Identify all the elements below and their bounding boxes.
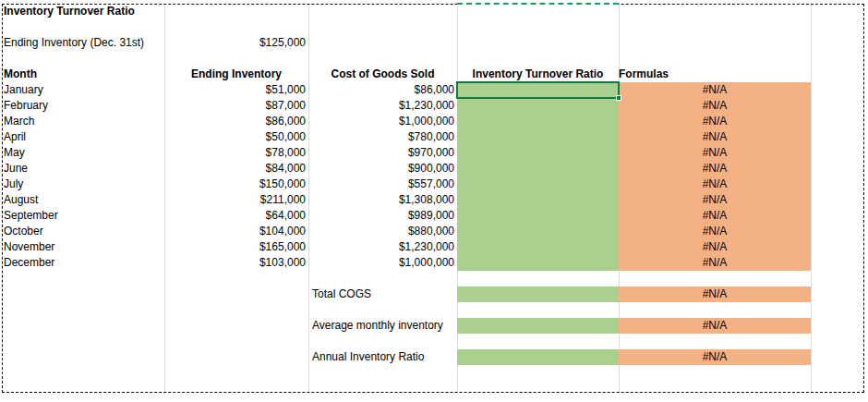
empty-cell [811, 82, 868, 98]
ending-inventory-cell[interactable]: $51,000 [164, 82, 308, 98]
empty-cell [811, 145, 868, 161]
ending-inventory-cell[interactable]: $50,000 [164, 129, 308, 145]
header-month[interactable]: Month [0, 67, 164, 82]
ending-inventory-cell[interactable]: $103,000 [164, 255, 308, 271]
summary-label-cell[interactable]: Total COGS [308, 286, 457, 302]
empty-cell [811, 177, 868, 192]
empty-cell [164, 349, 308, 365]
turnover-ratio-cell[interactable] [457, 145, 619, 161]
formula-error-cell[interactable]: #N/A [619, 239, 811, 255]
spacer-row [0, 51, 868, 67]
month-cell[interactable]: January [0, 82, 164, 98]
turnover-ratio-cell[interactable] [457, 129, 619, 145]
ending-inventory-cell[interactable]: $84,000 [164, 161, 308, 177]
month-cell[interactable]: July [0, 177, 164, 192]
cogs-cell[interactable]: $86,000 [308, 82, 457, 98]
formula-error-cell[interactable]: #N/A [619, 192, 811, 208]
fill-handle[interactable] [616, 95, 621, 101]
cogs-cell[interactable]: $880,000 [308, 224, 457, 239]
month-row: August $211,000 $1,308,000 #N/A [0, 192, 868, 208]
month-row: November $165,000 $1,230,000 #N/A [0, 239, 868, 255]
summary-error-cell[interactable]: #N/A [619, 349, 811, 365]
formula-error-cell[interactable]: #N/A [619, 98, 811, 114]
summary-ratio-cell[interactable] [457, 349, 619, 365]
summary-label-cell[interactable]: Annual Inventory Ratio [308, 349, 457, 365]
header-formulas[interactable]: Formulas [619, 67, 811, 82]
month-cell[interactable]: February [0, 98, 164, 114]
summary-row: Average monthly inventory #N/A [0, 318, 868, 334]
month-row: September $64,000 $989,000 #N/A [0, 208, 868, 224]
ending-inventory-dec-label[interactable]: Ending Inventory (Dec. 31st) [0, 35, 164, 51]
empty-cell [0, 286, 164, 302]
month-cell[interactable]: September [0, 208, 164, 224]
month-row: April $50,000 $780,000 #N/A [0, 129, 868, 145]
header-ending-inventory[interactable]: Ending Inventory [164, 67, 308, 82]
turnover-ratio-cell[interactable] [457, 114, 619, 129]
ending-inventory-cell[interactable]: $165,000 [164, 239, 308, 255]
ending-inventory-cell[interactable]: $150,000 [164, 177, 308, 192]
ending-inventory-cell[interactable]: $211,000 [164, 192, 308, 208]
turnover-ratio-cell[interactable] [457, 208, 619, 224]
month-cell[interactable]: October [0, 224, 164, 239]
empty-cell [811, 349, 868, 365]
month-row: February $87,000 $1,230,000 #N/A [0, 98, 868, 114]
ending-inventory-cell[interactable]: $104,000 [164, 224, 308, 239]
formula-error-cell[interactable]: #N/A [619, 177, 811, 192]
formula-error-cell[interactable]: #N/A [619, 82, 811, 98]
summary-ratio-cell[interactable] [457, 286, 619, 302]
header-turnover-ratio[interactable]: Inventory Turnover Ratio [457, 67, 619, 82]
empty-cell [811, 129, 868, 145]
formula-error-cell[interactable]: #N/A [619, 255, 811, 271]
formula-error-cell[interactable]: #N/A [619, 145, 811, 161]
spacer-row [0, 271, 868, 286]
formula-error-cell[interactable]: #N/A [619, 129, 811, 145]
month-cell[interactable]: April [0, 129, 164, 145]
formula-error-cell[interactable]: #N/A [619, 161, 811, 177]
spacer-row [0, 365, 868, 381]
month-cell[interactable]: May [0, 145, 164, 161]
cogs-cell[interactable]: $900,000 [308, 161, 457, 177]
ending-inventory-cell[interactable]: $78,000 [164, 145, 308, 161]
turnover-ratio-cell[interactable] [457, 161, 619, 177]
cogs-cell[interactable]: $1,000,000 [308, 114, 457, 129]
month-cell[interactable]: August [0, 192, 164, 208]
month-cell[interactable]: June [0, 161, 164, 177]
cogs-cell[interactable]: $1,308,000 [308, 192, 457, 208]
month-cell[interactable]: March [0, 114, 164, 129]
cogs-cell[interactable]: $1,230,000 [308, 239, 457, 255]
summary-error-cell[interactable]: #N/A [619, 318, 811, 334]
month-rows: January $51,000 $86,000 #N/A February $8… [0, 82, 868, 271]
turnover-ratio-cell[interactable] [457, 224, 619, 239]
cogs-cell[interactable]: $989,000 [308, 208, 457, 224]
formula-error-cell[interactable]: #N/A [619, 208, 811, 224]
summary-ratio-cell[interactable] [457, 318, 619, 334]
header-cogs[interactable]: Cost of Goods Sold [308, 67, 457, 82]
turnover-ratio-cell[interactable] [457, 98, 619, 114]
month-cell[interactable]: November [0, 239, 164, 255]
turnover-ratio-cell[interactable] [457, 255, 619, 271]
summary-row: Total COGS #N/A [0, 286, 868, 302]
formula-error-cell[interactable]: #N/A [619, 224, 811, 239]
turnover-ratio-cell[interactable] [457, 192, 619, 208]
ending-inventory-cell[interactable]: $87,000 [164, 98, 308, 114]
ending-inventory-cell[interactable]: $64,000 [164, 208, 308, 224]
cogs-cell[interactable]: $970,000 [308, 145, 457, 161]
cogs-cell[interactable]: $557,000 [308, 177, 457, 192]
cogs-cell[interactable]: $780,000 [308, 129, 457, 145]
empty-cell [811, 208, 868, 224]
ending-inventory-cell[interactable]: $86,000 [164, 114, 308, 129]
spacer-row [0, 334, 868, 349]
cogs-cell[interactable]: $1,230,000 [308, 98, 457, 114]
month-cell[interactable]: December [0, 255, 164, 271]
turnover-ratio-cell[interactable] [457, 177, 619, 192]
summary-error-cell[interactable]: #N/A [619, 286, 811, 302]
summary-label-cell[interactable]: Average monthly inventory [308, 318, 457, 334]
turnover-ratio-cell[interactable] [457, 239, 619, 255]
formula-error-cell[interactable]: #N/A [619, 114, 811, 129]
title-row: Inventory Turnover Ratio [0, 4, 868, 19]
turnover-ratio-cell[interactable] [457, 82, 619, 98]
empty-cell [164, 318, 308, 334]
cogs-cell[interactable]: $1,000,000 [308, 255, 457, 271]
ending-inventory-dec-value[interactable]: $125,000 [164, 35, 308, 51]
month-row: July $150,000 $557,000 #N/A [0, 177, 868, 192]
